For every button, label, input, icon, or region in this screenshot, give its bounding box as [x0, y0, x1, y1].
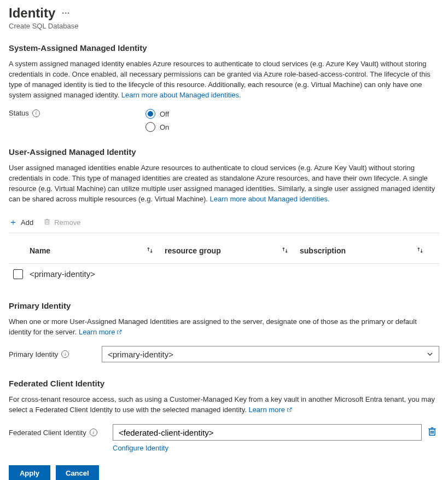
info-icon[interactable]: i: [32, 109, 40, 117]
column-header-name[interactable]: Name: [30, 246, 165, 256]
identity-toolbar: ＋ Add Remove: [9, 213, 439, 233]
primary-identity-learn-more-link[interactable]: Learn more: [79, 328, 122, 336]
radio-icon: [146, 109, 155, 119]
radio-label: On: [160, 123, 169, 131]
sort-icon: [281, 246, 289, 256]
add-label: Add: [21, 218, 33, 227]
primary-identity-heading: Primary Identity: [9, 301, 439, 310]
more-options-icon[interactable]: ···: [62, 9, 70, 18]
identity-table-header: Name resource group subscription: [9, 238, 439, 264]
system-assigned-description: A system assigned managed identity enabl…: [9, 59, 439, 100]
configure-identity-link[interactable]: Configure Identity: [113, 444, 168, 452]
radio-icon: [146, 122, 155, 132]
remove-button[interactable]: Remove: [43, 218, 80, 227]
user-assigned-description: User assigned managed identities enable …: [9, 163, 439, 204]
info-icon[interactable]: i: [61, 350, 69, 358]
page-subtitle: Create SQL Database: [9, 22, 439, 30]
status-radio-on[interactable]: On: [146, 122, 169, 132]
system-assigned-heading: System-Assigned Managed Identity: [9, 43, 439, 53]
federated-client-identity-input[interactable]: [113, 424, 422, 441]
footer-actions: Apply Cancel: [9, 465, 439, 480]
primary-identity-description: When one or more User-Assigned Managed I…: [9, 317, 439, 338]
remove-label: Remove: [54, 218, 80, 227]
status-radio-group: Off On: [146, 109, 169, 132]
row-checkbox[interactable]: [13, 269, 23, 279]
primary-identity-label: Primary Identity i: [9, 350, 102, 358]
column-header-resource-group[interactable]: resource group: [165, 246, 300, 256]
user-assigned-learn-more-link[interactable]: Learn more about Managed identities.: [210, 195, 330, 203]
primary-identity-select[interactable]: <primary-identity>: [102, 346, 439, 362]
cancel-button[interactable]: Cancel: [56, 465, 99, 480]
trash-icon: [43, 218, 51, 227]
federated-label: Federated Client Identity i: [9, 429, 113, 437]
federated-learn-more-link[interactable]: Learn more: [248, 406, 292, 414]
apply-button[interactable]: Apply: [9, 465, 50, 480]
info-icon[interactable]: i: [90, 429, 97, 436]
radio-label: Off: [160, 110, 169, 118]
status-label: Status i: [9, 109, 146, 117]
chevron-down-icon: [427, 350, 433, 359]
column-header-subscription[interactable]: subscription: [300, 246, 435, 256]
svg-rect-0: [45, 220, 49, 224]
select-value: <primary-identity>: [108, 350, 173, 359]
user-assigned-heading: User-Assigned Managed Identity: [9, 147, 439, 157]
row-name: <primary-identity>: [30, 269, 95, 279]
page-title: Identity ···: [9, 5, 439, 21]
table-row[interactable]: <primary-identity>: [9, 264, 439, 285]
federated-heading: Federated Client Identity: [9, 379, 439, 388]
delete-icon[interactable]: [427, 426, 439, 438]
status-radio-off[interactable]: Off: [146, 109, 169, 119]
add-button[interactable]: ＋ Add: [9, 218, 33, 227]
sort-icon: [416, 246, 424, 256]
plus-icon: ＋: [9, 218, 18, 227]
system-assigned-learn-more-link[interactable]: Learn more about Managed identities.: [121, 91, 241, 99]
sort-icon: [146, 246, 154, 256]
page-title-text: Identity: [9, 5, 55, 21]
federated-description: For cross-tenant resource access, such a…: [9, 395, 439, 415]
